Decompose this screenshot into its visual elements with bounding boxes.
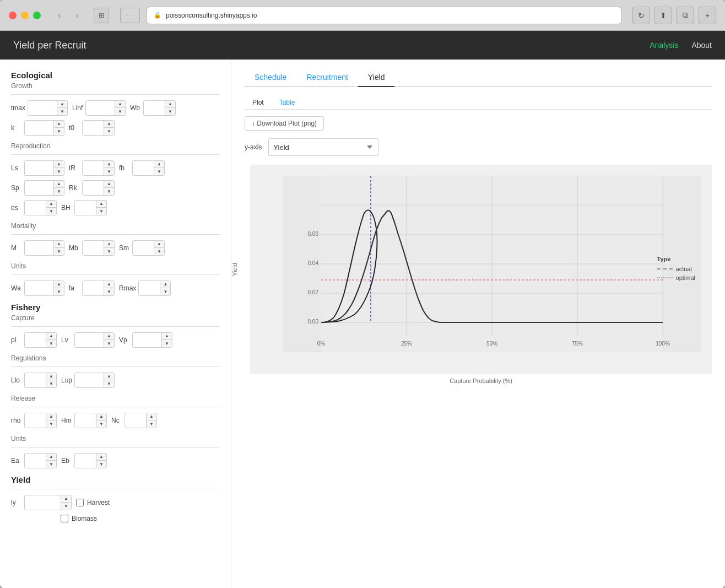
fa-up[interactable]: ▲ [104,281,114,288]
tabs-button[interactable]: ⧉ [677,7,694,24]
wa-down[interactable]: ▼ [54,288,64,295]
m-value[interactable]: 0.2 [25,241,53,255]
tmax-down[interactable]: ▼ [57,108,67,115]
hm-value[interactable]: 0 [75,413,96,428]
ls-input[interactable]: 50 ▲ ▼ [24,160,64,176]
es-down[interactable]: ▼ [46,208,56,215]
rk-input[interactable]: 3 ▲ ▼ [82,180,115,196]
bh-up[interactable]: ▲ [96,201,106,208]
rmax-down[interactable]: ▼ [160,288,170,295]
llo-input[interactable]: 0 ▲ ▼ [24,373,57,388]
lv-up[interactable]: ▲ [104,333,114,340]
mb-down[interactable]: ▼ [104,248,114,255]
rk-value[interactable]: 3 [83,181,104,195]
tmax-up[interactable]: ▲ [57,101,67,108]
subtab-table[interactable]: Table [272,96,303,109]
fa-value[interactable]: 1 [83,281,104,295]
wa-input[interactable]: 0.01 ▲ ▼ [24,280,64,296]
hm-down[interactable]: ▼ [96,420,106,428]
download-plot-button[interactable]: ↓ Download Plot (png) [245,116,324,131]
rk-up[interactable]: ▲ [104,181,114,188]
llo-value[interactable]: 0 [25,373,46,387]
ls-down[interactable]: ▼ [54,168,64,175]
t0-up[interactable]: ▲ [104,121,114,128]
es-up[interactable]: ▲ [46,201,56,208]
url-bar[interactable]: 🔒 poissonconsulting.shinyapps.io [147,7,621,24]
wa-up[interactable]: ▲ [54,281,64,288]
t0-value[interactable]: 0 [83,121,104,135]
vp-up[interactable]: ▲ [162,333,172,340]
fb-down[interactable]: ▼ [154,168,164,175]
wb-down[interactable]: ▼ [165,108,175,115]
fb-up[interactable]: ▲ [154,161,164,168]
mb-value[interactable]: 0 [83,241,104,255]
tab-recruitment[interactable]: Recruitment [296,68,358,86]
subtab-plot[interactable]: Plot [245,96,272,109]
tr-down[interactable]: ▼ [104,168,114,175]
fa-input[interactable]: 1 ▲ ▼ [82,280,115,296]
harvest-checkbox[interactable] [76,499,84,506]
sp-up[interactable]: ▲ [54,181,64,188]
rmax-input[interactable]: 1 ▲ ▼ [138,280,171,296]
tab-schedule[interactable]: Schedule [245,68,296,86]
bh-value[interactable]: 1 [75,201,96,215]
ly-down[interactable]: ▼ [61,503,71,510]
nc-down[interactable]: ▼ [147,420,156,428]
lup-down[interactable]: ▼ [104,380,114,387]
pl-input[interactable]: 0.2 ▲ ▼ [24,332,57,348]
mb-input[interactable]: 0 ▲ ▼ [82,240,115,256]
pl-down[interactable]: ▼ [46,340,56,347]
es-value[interactable]: 1 [25,201,46,215]
tr-input[interactable]: 1 ▲ ▼ [82,160,115,176]
mb-up[interactable]: ▲ [104,241,114,248]
ly-input[interactable]: 0 ▲ ▼ [24,495,72,510]
k-down[interactable]: ▼ [54,128,64,135]
ly-value[interactable]: 0 [25,495,61,510]
llo-down[interactable]: ▼ [46,380,56,387]
vp-down[interactable]: ▼ [162,340,172,347]
rk-down[interactable]: ▼ [104,188,114,195]
lup-up[interactable]: ▲ [104,373,114,380]
sm-input[interactable]: 0 ▲ ▼ [132,240,165,256]
tmax-input[interactable]: 20 ▲ ▼ [28,100,68,116]
biomass-checkbox[interactable] [61,515,68,522]
lup-value[interactable]: 100 [75,373,104,387]
sm-up[interactable]: ▲ [154,241,164,248]
rmax-up[interactable]: ▲ [160,281,170,288]
m-up[interactable]: ▲ [54,241,64,248]
nav-about[interactable]: About [691,41,712,50]
fb-value[interactable]: 1 [133,161,154,175]
wb-value[interactable]: 3 [144,101,165,115]
vp-input[interactable]: 100 ▲ ▼ [132,332,172,348]
eb-value[interactable]: 1 [75,454,96,468]
vp-value[interactable]: 100 [133,333,161,347]
share-button[interactable]: ⬆ [654,7,672,24]
linf-down[interactable]: ▼ [115,108,125,115]
lv-input[interactable]: 50 ▲ ▼ [74,332,115,348]
sp-down[interactable]: ▼ [54,188,64,195]
back-button[interactable]: ‹ [52,8,67,23]
pl-value[interactable]: 0.2 [25,333,46,347]
wb-up[interactable]: ▲ [165,101,175,108]
y-axis-select[interactable]: Yield Biomass Harvest [268,138,378,156]
es-input[interactable]: 1 ▲ ▼ [24,200,57,215]
refresh-button[interactable]: ↻ [632,7,650,24]
ea-value[interactable]: 1 [25,454,46,468]
t0-down[interactable]: ▼ [104,128,114,135]
ea-up[interactable]: ▲ [46,454,56,461]
url-dots[interactable]: ··· [120,8,140,23]
lv-down[interactable]: ▼ [104,340,114,347]
eb-up[interactable]: ▲ [96,454,106,461]
pl-up[interactable]: ▲ [46,333,56,340]
sm-down[interactable]: ▼ [154,248,164,255]
minimize-button[interactable] [21,12,29,19]
bh-down[interactable]: ▼ [96,208,106,215]
close-button[interactable] [9,12,17,19]
nc-value[interactable]: 0 [125,413,146,428]
ea-down[interactable]: ▼ [46,461,56,468]
m-down[interactable]: ▼ [54,248,64,255]
ls-up[interactable]: ▲ [54,161,64,168]
rho-value[interactable]: 0 [25,413,46,428]
nc-input[interactable]: 0 ▲ ▼ [125,413,157,428]
rho-down[interactable]: ▼ [46,420,56,428]
